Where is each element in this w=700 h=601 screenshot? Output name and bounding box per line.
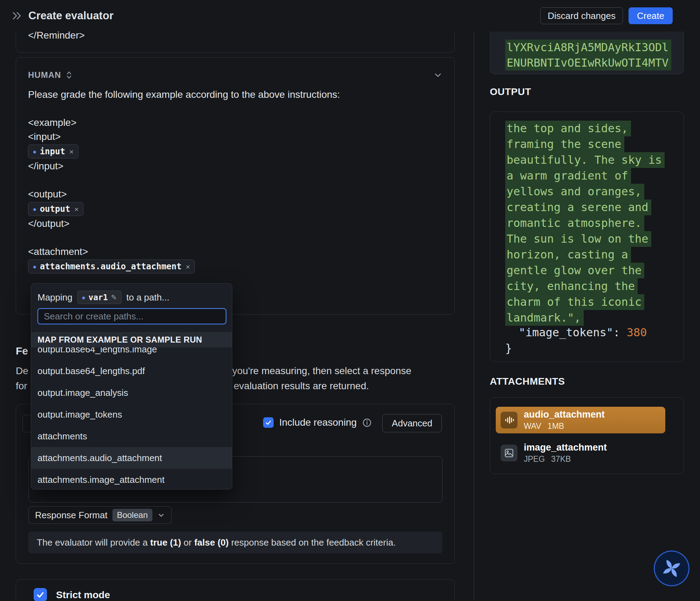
remove-variable-icon[interactable]: ✕ bbox=[69, 147, 74, 156]
discard-changes-button[interactable]: Discard changes bbox=[540, 7, 623, 24]
edit-variable-icon[interactable]: ✎ bbox=[111, 293, 117, 302]
code-line: yellows and oranges, bbox=[505, 184, 684, 200]
prompt-tag-output-close: </output> bbox=[28, 217, 442, 231]
variable-chip-label: input bbox=[40, 147, 65, 156]
response-format-select[interactable]: Response Format Boolean bbox=[28, 506, 172, 524]
feedback-desc-fragment: evaluation results are returned. bbox=[234, 380, 369, 392]
strict-mode-panel: Strict mode bbox=[16, 579, 455, 601]
prompt-tag-input-open: <input> bbox=[28, 130, 442, 144]
attachments-heading: ATTACHMENTS bbox=[490, 376, 565, 387]
attachment-info: audio_attachment WAV 1MB bbox=[524, 409, 605, 431]
attachment-audio-card[interactable]: audio_attachment WAV 1MB bbox=[496, 407, 665, 433]
info-icon[interactable] bbox=[362, 418, 372, 427]
variable-chip-var1[interactable]: ◆ var1 ✎ bbox=[77, 291, 122, 304]
advanced-button[interactable]: Advanced bbox=[382, 414, 442, 432]
attachment-meta: WAV 1MB bbox=[524, 421, 605, 431]
prompt-blank-line bbox=[28, 173, 442, 187]
brand-logo[interactable] bbox=[654, 551, 689, 586]
human-message-header: HUMAN bbox=[16, 58, 454, 82]
path-option[interactable]: output.image_analysis bbox=[31, 382, 232, 404]
remove-variable-icon[interactable]: ✕ bbox=[74, 205, 78, 213]
attachment-format: WAV bbox=[524, 421, 541, 431]
variable-icon: ◆ bbox=[33, 206, 36, 212]
waveform-icon bbox=[501, 412, 517, 428]
mapping-label-suffix: to a path... bbox=[126, 292, 170, 303]
feedback-desc-fragment: you're measuring, then select a response bbox=[232, 365, 411, 377]
path-option[interactable]: output.base64_lengths.image bbox=[31, 347, 232, 360]
code-line: ENURBNTIvOEIwRkUwOTI4MTV bbox=[505, 55, 684, 70]
prompt-intro-line: Please grade the following example accor… bbox=[28, 88, 442, 102]
message-role-selector[interactable]: HUMAN bbox=[28, 70, 61, 80]
output-heading: OUTPUT bbox=[490, 86, 531, 97]
collapse-panel-icon[interactable] bbox=[12, 11, 22, 21]
input-variable-row: ◆ input ✕ bbox=[28, 144, 442, 159]
prompt-tag-attachment-open: <attachment> bbox=[28, 245, 442, 259]
mapping-label-prefix: Mapping bbox=[37, 292, 73, 303]
variable-icon: ◆ bbox=[33, 263, 36, 270]
path-option[interactable]: attachments.image_attachment bbox=[31, 469, 232, 488]
code-line-closing-brace: } bbox=[505, 342, 684, 357]
attachment-size: 1MB bbox=[548, 421, 564, 431]
path-option-highlighted[interactable]: attachments.audio_attachment bbox=[31, 447, 232, 469]
code-line: city, enhancing the bbox=[505, 278, 684, 294]
image-icon bbox=[501, 445, 517, 461]
remove-variable-icon[interactable]: ✕ bbox=[186, 262, 190, 271]
path-option[interactable]: output.image_tokens bbox=[31, 404, 232, 425]
code-line: beautifully. The sky is bbox=[505, 152, 684, 168]
panel-divider bbox=[474, 32, 474, 601]
include-reasoning-checkbox[interactable] bbox=[263, 417, 274, 428]
feedback-desc-fragment: De bbox=[16, 365, 28, 377]
output-code-block: the top and sides, framing the scene bea… bbox=[490, 112, 684, 362]
reorder-message-icon[interactable] bbox=[66, 70, 72, 80]
attachment-variable-row: ◆ attachments.audio_attachment ✕ bbox=[28, 259, 442, 274]
checkmark-icon bbox=[36, 590, 45, 599]
variable-chip-input[interactable]: ◆ input ✕ bbox=[28, 144, 78, 158]
code-line: framing the scene bbox=[505, 136, 684, 152]
prompt-body: Please grade the following example accor… bbox=[16, 82, 454, 274]
page-header: Create evaluator Discard changes Create bbox=[0, 0, 700, 32]
collapse-message-icon[interactable] bbox=[433, 70, 442, 80]
code-line: the top and sides, bbox=[505, 121, 684, 136]
pinwheel-logo-icon bbox=[659, 556, 684, 581]
variable-icon: ◆ bbox=[33, 148, 36, 155]
checkmark-icon bbox=[265, 419, 272, 426]
code-line: charm of this iconic bbox=[505, 294, 684, 310]
info-text: The evaluator will provide a bbox=[37, 537, 150, 548]
variable-chip-output[interactable]: ◆ output ✕ bbox=[28, 202, 83, 216]
chevron-down-icon bbox=[157, 511, 165, 519]
output-variable-row: ◆ output ✕ bbox=[28, 201, 442, 217]
variable-chip-label: attachments.audio_attachment bbox=[40, 262, 182, 271]
variable-chip-label: var1 bbox=[88, 293, 108, 302]
info-text: response based on the feedback criteria. bbox=[229, 537, 396, 548]
code-line: a warm gradient of bbox=[505, 168, 684, 184]
attachment-name: image_attachment bbox=[524, 442, 607, 453]
prompt-tag-output-open: <output> bbox=[28, 187, 442, 201]
info-text: or bbox=[181, 537, 194, 548]
attachment-meta: JPEG 37KB bbox=[524, 454, 607, 464]
header-actions: Discard changes Create bbox=[540, 7, 673, 24]
info-false-label: false (0) bbox=[194, 537, 228, 548]
attachment-image-row[interactable]: image_attachment JPEG 37KB bbox=[496, 442, 678, 464]
prompt-blank-line bbox=[28, 102, 442, 116]
human-message-panel: HUMAN Please grade the following example… bbox=[16, 57, 455, 315]
info-true-label: true (1) bbox=[150, 537, 181, 548]
code-line: lYXRvciA8RjA5MDAyRkI3ODl bbox=[505, 40, 684, 55]
response-format-value-badge: Boolean bbox=[112, 509, 152, 521]
variable-icon: ◆ bbox=[82, 294, 85, 301]
include-reasoning-row: Include reasoning bbox=[263, 417, 372, 428]
code-line: The sun is low on the bbox=[505, 231, 684, 247]
create-evaluator-page: </Reminder> HUMAN Please grade the follo… bbox=[0, 0, 700, 601]
attachment-name: audio_attachment bbox=[524, 409, 605, 420]
path-search-input[interactable] bbox=[37, 308, 226, 324]
path-option[interactable]: attachments bbox=[31, 425, 232, 447]
feedback-section-heading: Fe bbox=[16, 345, 28, 357]
create-button[interactable]: Create bbox=[629, 7, 673, 24]
code-line: landmark.", bbox=[505, 310, 684, 326]
strict-mode-checkbox[interactable] bbox=[34, 588, 47, 601]
variable-chip-attachment[interactable]: ◆ attachments.audio_attachment ✕ bbox=[28, 259, 195, 274]
path-option[interactable]: output.base64_lengths.pdf bbox=[31, 360, 232, 382]
prompt-tag-input-close: </input> bbox=[28, 159, 442, 173]
variable-chip-label: output bbox=[40, 204, 70, 214]
attachment-format: JPEG bbox=[524, 454, 545, 464]
prompt-tag-example-open: <example> bbox=[28, 116, 442, 130]
